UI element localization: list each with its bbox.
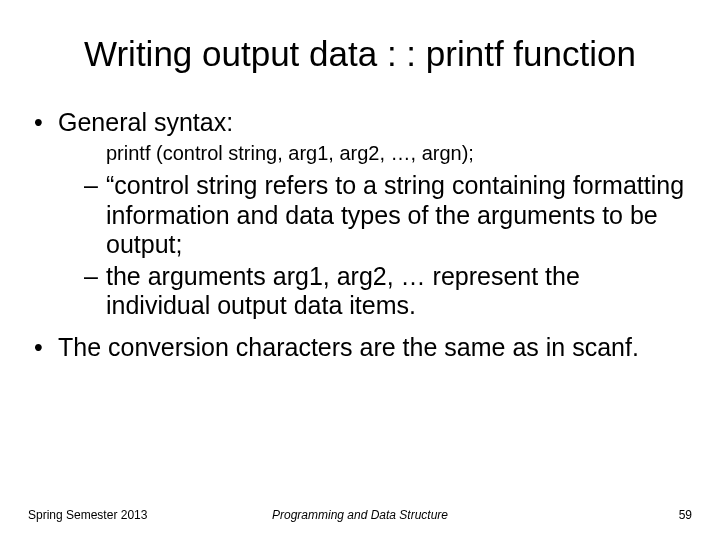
sub-bullet-control-string: “control string refers to a string conta… [34, 171, 686, 260]
footer-course: Programming and Data Structure [0, 508, 720, 522]
slide-content: General syntax: printf (control string, … [0, 74, 720, 362]
bullet-general-syntax: General syntax: [34, 108, 686, 138]
slide: Writing output data : : printf function … [0, 0, 720, 540]
sub-bullet-arguments: the arguments arg1, arg2, … represent th… [34, 262, 686, 321]
syntax-code-line: printf (control string, arg1, arg2, …, a… [34, 142, 686, 166]
slide-title: Writing output data : : printf function [0, 0, 720, 74]
bullet-conversion-chars: The conversion characters are the same a… [34, 333, 686, 363]
spacer [34, 323, 686, 333]
footer-page-number: 59 [679, 508, 692, 522]
